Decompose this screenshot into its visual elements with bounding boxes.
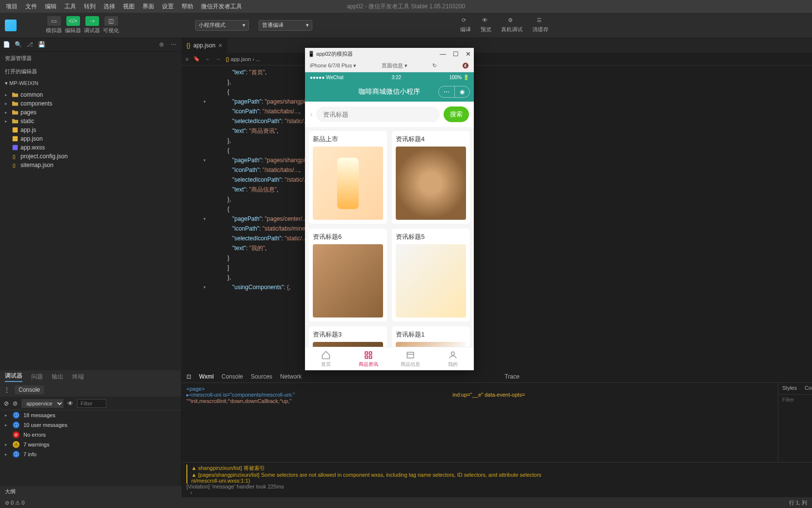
menu-edit[interactable]: 编辑 bbox=[41, 0, 61, 13]
file-project-config[interactable]: {}project.config.json bbox=[0, 152, 182, 161]
search-input[interactable] bbox=[316, 106, 440, 122]
menu-ui[interactable]: 界面 bbox=[139, 0, 158, 13]
file-sitemap[interactable]: {}sitemap.json bbox=[0, 161, 182, 169]
new-file-icon[interactable]: ⊕ bbox=[159, 41, 167, 49]
clear-console-icon[interactable]: ⊘ bbox=[4, 400, 9, 407]
tab-app-json[interactable]: {} app.json × bbox=[182, 38, 227, 53]
remote-debug-button[interactable]: ⚙真机调试 bbox=[501, 17, 523, 33]
device-select[interactable]: iPhone 6/7/8 Plus ▾ bbox=[310, 63, 356, 69]
compile-select[interactable]: 普通编译▾ bbox=[259, 20, 312, 31]
close-tab-icon[interactable]: × bbox=[218, 42, 222, 49]
card[interactable]: 新品上市 bbox=[309, 131, 387, 224]
code-editor[interactable]: ▾▾▾▾ "text": "首页", }, { "pagePath": "pag… bbox=[182, 65, 812, 370]
more-icon[interactable]: ⋯ bbox=[171, 41, 179, 49]
card[interactable]: 资讯标题5 bbox=[392, 229, 470, 321]
tab-products[interactable]: 商品信息 bbox=[389, 347, 432, 370]
card[interactable]: 资讯标题1 bbox=[392, 326, 470, 347]
maximize-icon[interactable]: ☐ bbox=[453, 50, 459, 58]
card-grid[interactable]: 新品上市 资讯标题4 资讯标题6 资讯标题5 资讯标题3 资讯标题1 bbox=[305, 127, 474, 347]
folder-static[interactable]: ▸static bbox=[0, 117, 182, 126]
card[interactable]: 资讯标题6 bbox=[309, 229, 387, 321]
bookmark-icon[interactable]: 🔖 bbox=[193, 56, 200, 62]
tab-network[interactable]: Network bbox=[280, 373, 302, 380]
tab-sources[interactable]: Sources bbox=[251, 373, 272, 380]
simulator-window: 📱 app02的模拟器 — ☐ ✕ iPhone 6/7/8 Plus ▾ 页面… bbox=[305, 48, 474, 370]
msg-row[interactable]: ▸ⓘ7 info bbox=[0, 449, 181, 459]
menu-tools[interactable]: 工具 bbox=[61, 0, 80, 13]
toggle-sidebar-icon[interactable]: ≡ bbox=[185, 56, 188, 62]
msg-row[interactable]: ▸⚠7 warnings bbox=[0, 440, 181, 449]
card-image bbox=[396, 147, 466, 220]
tab-news[interactable]: 商品资讯 bbox=[347, 347, 390, 370]
menu-devtools[interactable]: 微信开发者工具 bbox=[197, 0, 246, 13]
nav-fwd-icon[interactable]: → bbox=[215, 56, 221, 62]
msg-row[interactable]: ▸ⓘ18 messages bbox=[0, 410, 181, 420]
tab-home[interactable]: 首页 bbox=[305, 347, 347, 370]
file-app-json[interactable]: app.json bbox=[0, 134, 182, 143]
tab-styles[interactable]: Styles bbox=[778, 383, 801, 394]
menu-file[interactable]: 文件 bbox=[21, 0, 41, 13]
close-icon[interactable]: ✕ bbox=[466, 50, 471, 58]
menu-project[interactable]: 项目 bbox=[2, 0, 21, 13]
breadcrumb[interactable]: {} app.json › ... bbox=[225, 56, 260, 62]
rotate-icon[interactable]: ↻ bbox=[432, 63, 437, 69]
compile-button[interactable]: ⟳编译 bbox=[460, 17, 471, 33]
toolbar: ▭模拟器 </>编辑器 ⇢调试器 ◫可视化 小程序模式▾ 普通编译▾ ⟳编译 👁… bbox=[0, 13, 812, 38]
file-app-wxss[interactable]: app.wxss bbox=[0, 143, 182, 152]
wxml-tree[interactable]: <page> ▸<mescroll-uni is="components/mes… bbox=[182, 383, 778, 462]
save-icon[interactable]: 💾 bbox=[38, 41, 46, 49]
menu-help[interactable]: 帮助 bbox=[178, 0, 197, 13]
branch-icon[interactable]: ⎇ bbox=[26, 41, 34, 49]
tab-problems[interactable]: 问题 bbox=[31, 373, 43, 381]
top-icon[interactable]: ⊘ bbox=[13, 400, 18, 407]
file-app-js[interactable]: app.js bbox=[0, 126, 182, 134]
folder-common[interactable]: ▸common bbox=[0, 90, 182, 99]
mute-icon[interactable]: 🔇 bbox=[462, 63, 469, 69]
menu-settings[interactable]: 设置 bbox=[158, 0, 178, 13]
visual-toggle[interactable]: ◫可视化 bbox=[103, 16, 119, 34]
preview-button[interactable]: 👁预览 bbox=[481, 17, 491, 33]
open-editors-header[interactable]: 打开的编辑器 bbox=[0, 65, 182, 78]
menu-view[interactable]: 视图 bbox=[119, 0, 139, 13]
tab-mine[interactable]: 我的 bbox=[432, 347, 474, 370]
card[interactable]: 资讯标题4 bbox=[392, 131, 470, 224]
tab-debugger[interactable]: 调试器 bbox=[5, 372, 22, 382]
status-errors[interactable]: ⊘ 0 ⚠ 0 bbox=[5, 500, 24, 506]
nav-back-icon[interactable]: ← bbox=[205, 56, 210, 62]
tab-terminal[interactable]: 终端 bbox=[72, 373, 84, 381]
files-icon[interactable]: 📄 bbox=[3, 41, 11, 49]
svg-rect-7 bbox=[365, 356, 367, 358]
folder-pages[interactable]: ▸pages bbox=[0, 108, 182, 117]
page-info[interactable]: 页面信息 ▾ bbox=[382, 62, 407, 69]
editor-toggle[interactable]: </>编辑器 bbox=[65, 16, 81, 34]
debugger-toggle[interactable]: ⇢调试器 bbox=[84, 16, 100, 34]
menu-goto[interactable]: 转到 bbox=[80, 0, 100, 13]
msg-row[interactable]: ⊘No errors bbox=[0, 430, 181, 440]
window-title: app02 - 微信开发者工具 Stable 1.05.2103200 bbox=[347, 2, 465, 11]
context-select[interactable]: appservice bbox=[21, 399, 63, 408]
styles-filter[interactable]: Filter bbox=[778, 395, 812, 404]
menu-icon[interactable]: ⋯ bbox=[439, 86, 455, 97]
tab-console[interactable]: Console bbox=[222, 373, 243, 380]
menu-select[interactable]: 选择 bbox=[100, 0, 119, 13]
svg-rect-8 bbox=[369, 356, 371, 358]
folder-components[interactable]: ▸components bbox=[0, 99, 182, 108]
tab-output[interactable]: 输出 bbox=[52, 373, 63, 381]
clear-cache-button[interactable]: ☰清缓存 bbox=[532, 17, 548, 33]
mode-select[interactable]: 小程序模式▾ bbox=[195, 20, 249, 31]
search-bar: › 搜索 bbox=[305, 102, 474, 127]
tab-computed[interactable]: Comp bbox=[801, 383, 812, 394]
msg-row[interactable]: ▸ⓘ10 user messages bbox=[0, 420, 181, 430]
tab-wxml[interactable]: Wxml bbox=[199, 373, 214, 380]
target-icon[interactable]: ◉ bbox=[455, 86, 469, 97]
outline-section[interactable]: 大纲 bbox=[0, 486, 182, 497]
tab-trace[interactable]: Trace bbox=[505, 373, 519, 380]
console-filter-input[interactable] bbox=[77, 399, 106, 408]
card[interactable]: 资讯标题3 bbox=[309, 326, 387, 347]
workspace-root[interactable]: ▾ MP-WEIXIN bbox=[0, 78, 182, 88]
minimize-icon[interactable]: — bbox=[440, 50, 446, 58]
search-button[interactable]: 搜索 bbox=[444, 106, 469, 122]
search-icon[interactable]: 🔍 bbox=[15, 41, 22, 49]
simulator-toggle[interactable]: ▭模拟器 bbox=[46, 16, 62, 34]
inspect-icon[interactable]: ⊡ bbox=[186, 373, 191, 380]
